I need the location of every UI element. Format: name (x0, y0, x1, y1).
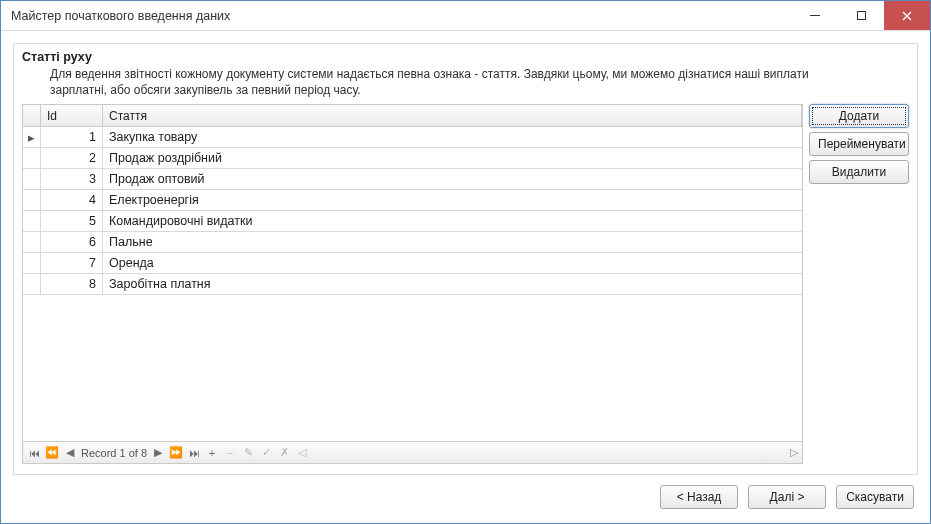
row-indicator-icon (23, 211, 41, 231)
grid-navigator: ⏮ ⏪ ◀ Record 1 of 8 ▶ ⏩ ⏭ + − ✎ ✓ ✗ ◁ (23, 441, 802, 463)
cancel-button[interactable]: Скасувати (836, 485, 914, 509)
data-grid[interactable]: Id Стаття ▸1Закупка товару2Продаж роздрі… (22, 104, 803, 464)
nav-prev-page-icon[interactable]: ⏪ (45, 446, 59, 460)
nav-next-icon[interactable]: ▶ (151, 446, 165, 460)
nav-next-page-icon[interactable]: ⏩ (169, 446, 183, 460)
cell-id[interactable]: 4 (41, 190, 103, 210)
cell-name[interactable]: Електроенергія (103, 190, 802, 210)
column-header-name[interactable]: Стаття (103, 105, 802, 126)
wizard-footer: < Назад Далі > Скасувати (13, 475, 918, 511)
row-indicator-header (23, 105, 41, 126)
group-frame: Статті руху Для ведення звітності кожном… (13, 43, 918, 475)
nav-prev-icon[interactable]: ◀ (63, 446, 77, 460)
cell-name[interactable]: Командировочні видатки (103, 211, 802, 231)
cell-id[interactable]: 8 (41, 274, 103, 294)
nav-status: Record 1 of 8 (81, 447, 147, 459)
table-row[interactable]: 4Електроенергія (23, 190, 802, 211)
titlebar: Майстер початкового введення даних (1, 1, 930, 31)
cell-name[interactable]: Заробітна платня (103, 274, 802, 294)
add-button[interactable]: Додати (809, 104, 909, 128)
grid-and-buttons-row: Id Стаття ▸1Закупка товару2Продаж роздрі… (22, 104, 909, 464)
cell-name[interactable]: Продаж роздрібний (103, 148, 802, 168)
close-icon (902, 11, 912, 21)
cell-name[interactable]: Оренда (103, 253, 802, 273)
cell-id[interactable]: 1 (41, 127, 103, 147)
cell-name[interactable]: Закупка товару (103, 127, 802, 147)
group-title: Статті руху (22, 50, 909, 64)
window-title: Майстер початкового введення даних (11, 9, 792, 23)
side-button-panel: Додати Перейменувати Видалити (809, 104, 909, 464)
nav-last-icon[interactable]: ⏭ (187, 446, 201, 460)
row-indicator-icon: ▸ (23, 127, 41, 147)
row-indicator-icon (23, 190, 41, 210)
delete-button[interactable]: Видалити (809, 160, 909, 184)
cell-id[interactable]: 5 (41, 211, 103, 231)
nav-accept-icon[interactable]: ✓ (259, 446, 273, 460)
table-row[interactable]: 2Продаж роздрібний (23, 148, 802, 169)
cell-name[interactable]: Пальне (103, 232, 802, 252)
minimize-button[interactable] (792, 1, 838, 30)
content-area: Статті руху Для ведення звітності кожном… (1, 31, 930, 523)
row-indicator-icon (23, 232, 41, 252)
table-row[interactable]: 7Оренда (23, 253, 802, 274)
row-indicator-icon (23, 253, 41, 273)
nav-scroll-right-icon[interactable]: ▷ (788, 446, 798, 459)
nav-remove-icon[interactable]: − (223, 446, 237, 460)
nav-scroll-left-icon[interactable]: ◁ (295, 446, 309, 460)
row-indicator-icon (23, 148, 41, 168)
table-row[interactable]: 5Командировочні видатки (23, 211, 802, 232)
nav-cancel-icon[interactable]: ✗ (277, 446, 291, 460)
nav-first-icon[interactable]: ⏮ (27, 446, 41, 460)
next-button[interactable]: Далі > (748, 485, 826, 509)
grid-body: ▸1Закупка товару2Продаж роздрібний3Прода… (23, 127, 802, 441)
table-row[interactable]: 6Пальне (23, 232, 802, 253)
maximize-button[interactable] (838, 1, 884, 30)
cell-id[interactable]: 2 (41, 148, 103, 168)
cell-id[interactable]: 7 (41, 253, 103, 273)
nav-edit-icon[interactable]: ✎ (241, 446, 255, 460)
wizard-window: Майстер початкового введення даних Статт… (0, 0, 931, 524)
row-indicator-icon (23, 169, 41, 189)
group-description: Для ведення звітності кожному документу … (50, 66, 830, 98)
cell-name[interactable]: Продаж оптовий (103, 169, 802, 189)
rename-button[interactable]: Перейменувати (809, 132, 909, 156)
cell-id[interactable]: 6 (41, 232, 103, 252)
table-row[interactable]: 3Продаж оптовий (23, 169, 802, 190)
grid-header: Id Стаття (23, 105, 802, 127)
row-indicator-icon (23, 274, 41, 294)
column-header-id[interactable]: Id (41, 105, 103, 126)
cell-id[interactable]: 3 (41, 169, 103, 189)
close-button[interactable] (884, 1, 930, 30)
table-row[interactable]: ▸1Закупка товару (23, 127, 802, 148)
table-row[interactable]: 8Заробітна платня (23, 274, 802, 295)
nav-add-icon[interactable]: + (205, 446, 219, 460)
window-controls (792, 1, 930, 30)
back-button[interactable]: < Назад (660, 485, 738, 509)
